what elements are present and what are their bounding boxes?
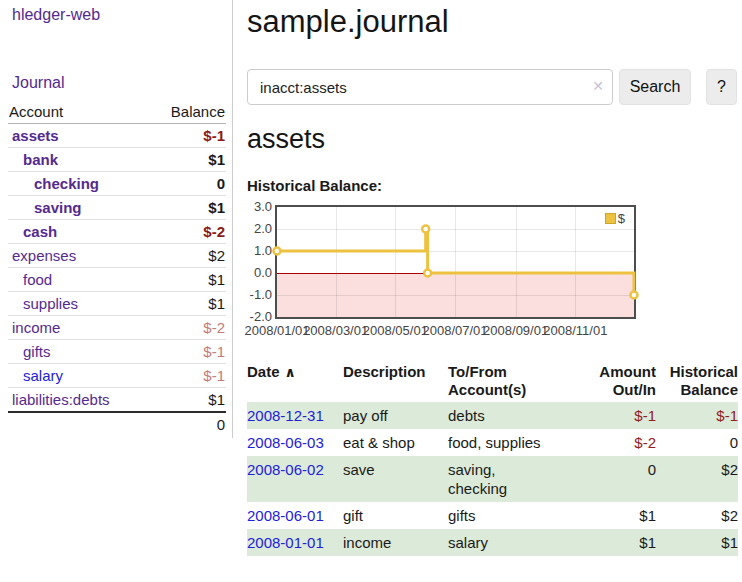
register-col-header[interactable]: Historical Balance <box>656 361 738 402</box>
transaction-accounts: food, supplies <box>448 429 579 456</box>
account-balance: $1 <box>149 268 226 292</box>
data-point-marker <box>424 270 431 277</box>
register-row[interactable]: 2008-01-01incomesalary$1$1 <box>247 529 738 556</box>
account-balance: $-2 <box>149 316 226 340</box>
register-col-header[interactable]: Amount Out/In <box>579 361 656 402</box>
account-row: salary$-1 <box>8 364 226 388</box>
account-row: assets$-1 <box>8 124 226 148</box>
y-tick-label: 2.0 <box>238 222 272 236</box>
transaction-description: gift <box>343 502 448 529</box>
account-link[interactable]: cash <box>23 223 57 240</box>
register-col-header[interactable]: Description <box>343 361 448 402</box>
x-tick-label: 2008/09/01 <box>483 323 548 338</box>
x-tick-label: 2008/05/01 <box>363 323 428 338</box>
account-balance: $-1 <box>149 364 226 388</box>
account-link[interactable]: income <box>12 319 60 336</box>
transaction-date-link[interactable]: 2008-12-31 <box>247 407 324 424</box>
account-link[interactable]: liabilities:debts <box>12 391 110 408</box>
chart-series <box>277 207 634 317</box>
account-row: saving$1 <box>8 196 226 220</box>
balance-chart[interactable]: $ <box>275 205 636 319</box>
x-tick-label: 2008/03/01 <box>303 323 368 338</box>
transaction-date-link[interactable]: 2008-06-01 <box>247 507 324 524</box>
account-row: bank$1 <box>8 148 226 172</box>
transaction-description: save <box>343 456 448 502</box>
account-row: gifts$-1 <box>8 340 226 364</box>
account-balance: $1 <box>149 196 226 220</box>
account-balance: $-1 <box>149 124 226 148</box>
y-tick-label: 3.0 <box>238 200 272 214</box>
account-link[interactable]: bank <box>23 151 58 168</box>
transaction-balance: $2 <box>656 456 738 502</box>
transaction-date-link[interactable]: 2008-01-01 <box>247 534 324 551</box>
accounts-col-balance: Balance <box>149 100 226 124</box>
register-col-header[interactable]: Date∧ <box>247 361 343 402</box>
accounts-col-account: Account <box>8 100 149 124</box>
x-tick-label: 2008/07/01 <box>422 323 487 338</box>
account-row: liabilities:debts$1 <box>8 388 226 413</box>
register-row[interactable]: 2008-06-03eat & shopfood, supplies$-20 <box>247 429 738 456</box>
register-header-row: Date∧DescriptionTo/From Account(s)Amount… <box>247 361 738 402</box>
account-row: food$1 <box>8 268 226 292</box>
account-link[interactable]: supplies <box>23 295 78 312</box>
account-link[interactable]: checking <box>34 175 99 192</box>
transaction-date-link[interactable]: 2008-06-02 <box>247 461 324 478</box>
account-balance: $2 <box>149 244 226 268</box>
transaction-balance: $-1 <box>656 402 738 429</box>
account-heading: assets <box>247 124 325 155</box>
search-input[interactable] <box>247 69 613 105</box>
transaction-accounts: debts <box>448 402 579 429</box>
clear-search-icon[interactable]: ✕ <box>592 78 604 94</box>
transaction-accounts: gifts <box>448 502 579 529</box>
transaction-description: income <box>343 529 448 556</box>
data-point-marker <box>274 248 281 255</box>
transaction-accounts: saving, checking <box>448 456 579 502</box>
transaction-accounts: salary <box>448 529 579 556</box>
sort-ascending-icon[interactable]: ∧ <box>285 364 296 380</box>
register-row[interactable]: 2008-06-02savesaving, checking0$2 <box>247 456 738 502</box>
accounts-header-row: Account Balance <box>8 100 226 124</box>
transaction-balance: $2 <box>656 502 738 529</box>
sidebar: hledger-web Journal Account Balance asse… <box>0 0 233 438</box>
chart-title: Historical Balance: <box>247 177 382 194</box>
account-link[interactable]: saving <box>34 199 82 216</box>
account-row: income$-2 <box>8 316 226 340</box>
account-link[interactable]: assets <box>12 127 59 144</box>
account-balance: $1 <box>149 292 226 316</box>
register-row[interactable]: 2008-06-01giftgifts$1$2 <box>247 502 738 529</box>
x-tick-label: 2008/01/01 <box>244 323 309 338</box>
account-link[interactable]: salary <box>23 367 63 384</box>
transaction-balance: $1 <box>656 529 738 556</box>
transaction-balance: 0 <box>656 429 738 456</box>
transaction-amount: $1 <box>579 529 656 556</box>
transaction-description: pay off <box>343 402 448 429</box>
x-tick-label: 2008/11/01 <box>543 323 607 338</box>
chart-y-axis: 3.02.01.00.0-1.0-2.0 <box>238 207 272 317</box>
accounts-total: 0 <box>149 412 226 436</box>
y-tick-label: -2.0 <box>238 310 272 324</box>
account-balance: $1 <box>149 388 226 413</box>
transaction-date-link[interactable]: 2008-06-03 <box>247 434 324 451</box>
account-link[interactable]: food <box>23 271 52 288</box>
search-field-wrap: ✕ <box>247 69 613 105</box>
register-col-header[interactable]: To/From Account(s) <box>448 361 579 402</box>
page-title: sample.journal <box>247 4 449 40</box>
data-point-marker <box>631 292 638 299</box>
account-balance: $1 <box>149 148 226 172</box>
account-link[interactable]: gifts <box>23 343 51 360</box>
transaction-amount: $-1 <box>579 402 656 429</box>
account-row: cash$-2 <box>8 220 226 244</box>
account-balance: $-2 <box>149 220 226 244</box>
legend-label: $ <box>618 211 625 226</box>
brand-link[interactable]: hledger-web <box>12 6 100 24</box>
accounts-table: Account Balance assets$-1bank$1checking0… <box>8 100 226 436</box>
legend-swatch-icon <box>605 213 616 224</box>
register-row[interactable]: 2008-12-31pay offdebts$-1$-1 <box>247 402 738 429</box>
help-button[interactable]: ? <box>706 69 737 105</box>
sidebar-item-journal[interactable]: Journal <box>12 74 64 92</box>
account-link[interactable]: expenses <box>12 247 76 264</box>
chart-x-axis: 2008/01/012008/03/012008/05/012008/07/01… <box>277 323 634 339</box>
chart-legend: $ <box>605 211 625 226</box>
y-tick-label: 1.0 <box>238 244 272 258</box>
search-button[interactable]: Search <box>619 69 691 105</box>
